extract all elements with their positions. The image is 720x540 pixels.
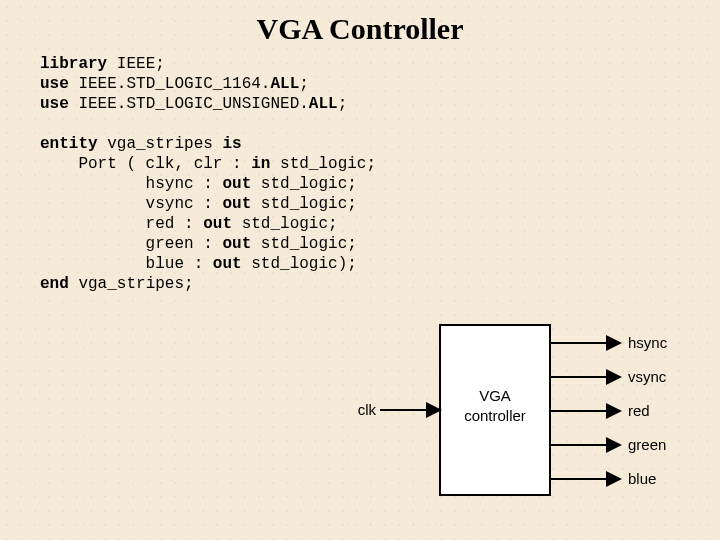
code-text: red : <box>40 215 203 233</box>
block-diagram: VGA controller clk hsync vsync red green… <box>340 315 700 525</box>
code-text: IEEE.STD_LOGIC_UNSIGNED. <box>69 95 309 113</box>
code-text: std_logic); <box>242 255 357 273</box>
kw-end: end <box>40 275 69 293</box>
green-label: green <box>628 436 666 453</box>
code-text: vga_stripes <box>98 135 223 153</box>
kw-all: ALL <box>309 95 338 113</box>
blue-label: blue <box>628 470 656 487</box>
kw-out: out <box>222 195 251 213</box>
kw-use: use <box>40 75 69 93</box>
code-text: vsync : <box>40 195 222 213</box>
code-text: blue : <box>40 255 213 273</box>
code-text: std_logic; <box>251 235 357 253</box>
red-label: red <box>628 402 650 419</box>
code-text: std_logic; <box>251 175 357 193</box>
code-text: std_logic; <box>270 155 376 173</box>
code-text: vga_stripes; <box>69 275 194 293</box>
vhdl-code: library IEEE; use IEEE.STD_LOGIC_1164.AL… <box>0 54 720 294</box>
block-label-1: VGA <box>479 387 511 404</box>
kw-out: out <box>222 235 251 253</box>
kw-entity: entity <box>40 135 98 153</box>
kw-in: in <box>251 155 270 173</box>
code-text: Port ( clk, clr : <box>40 155 251 173</box>
code-text: std_logic; <box>251 195 357 213</box>
kw-library: library <box>40 55 107 73</box>
clk-label: clk <box>358 401 377 418</box>
vsync-label: vsync <box>628 368 667 385</box>
kw-all: ALL <box>270 75 299 93</box>
kw-out: out <box>203 215 232 233</box>
kw-out: out <box>222 175 251 193</box>
hsync-label: hsync <box>628 334 668 351</box>
block-label-2: controller <box>464 407 526 424</box>
page-title: VGA Controller <box>0 0 720 54</box>
code-text: std_logic; <box>232 215 338 233</box>
code-text: IEEE.STD_LOGIC_1164. <box>69 75 271 93</box>
code-text: ; <box>338 95 348 113</box>
kw-is: is <box>222 135 241 153</box>
code-text: IEEE; <box>107 55 165 73</box>
code-text: green : <box>40 235 222 253</box>
kw-use: use <box>40 95 69 113</box>
kw-out: out <box>213 255 242 273</box>
code-text: ; <box>299 75 309 93</box>
code-text: hsync : <box>40 175 222 193</box>
